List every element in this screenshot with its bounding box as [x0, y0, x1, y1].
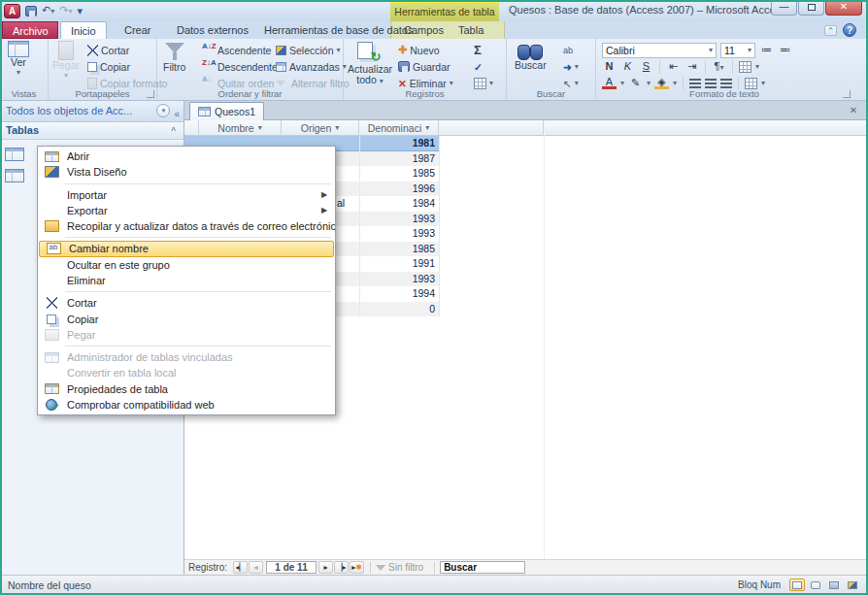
tab-tabla[interactable]: Tabla — [449, 21, 493, 39]
save-record-button[interactable]: Guardar — [398, 58, 451, 75]
menu-item-cambiar-nombre[interactable]: Cambiar nombre — [39, 241, 334, 257]
menu-item-propiedades[interactable]: Propiedades de tabla — [38, 381, 335, 397]
last-record-icon[interactable]: ▕▸ — [334, 561, 349, 574]
pivottable-view-icon[interactable] — [808, 578, 823, 591]
new-record-icon[interactable]: ▸✱ — [350, 561, 364, 574]
restore-button[interactable] — [798, 0, 824, 16]
menu-item-vista-diseno[interactable]: Vista Diseño — [38, 164, 335, 180]
minimize-button[interactable]: — — [771, 0, 797, 16]
tab-datos-externos[interactable]: Datos externos — [167, 21, 258, 39]
next-record-icon[interactable]: ▸ — [318, 561, 333, 574]
document-tab-strip: Quesos1 ✕ — [184, 101, 868, 120]
menu-item-copiar[interactable]: Copiar — [38, 312, 335, 327]
new-record-icon: ✚ — [398, 44, 407, 56]
design-view-icon[interactable] — [845, 578, 860, 591]
sort-ascending-button[interactable]: A↓ZAscendente — [202, 42, 271, 58]
nav-section-tablas[interactable]: Tablas ^ — [0, 122, 184, 140]
align-right-icon[interactable] — [720, 79, 732, 88]
italic-button[interactable]: K — [620, 59, 635, 74]
new-record-button[interactable]: ✚Nuevo — [398, 42, 440, 58]
menu-item-abrir[interactable]: Abrir — [38, 149, 335, 164]
menu-item-cortar[interactable]: Cortar — [38, 295, 335, 311]
formato-dialog-launcher-icon[interactable] — [843, 90, 851, 98]
tab-inicio[interactable]: Inicio — [60, 21, 107, 39]
text-direction-icon[interactable]: ¶▾ — [712, 59, 726, 74]
column-header-empty[interactable] — [439, 120, 544, 135]
copy-button[interactable]: Copiar — [87, 58, 130, 75]
save-icon[interactable] — [25, 6, 37, 17]
minimize-ribbon-icon[interactable]: ⌃ — [824, 25, 837, 36]
increase-indent-icon[interactable]: ⇥ — [684, 59, 699, 74]
menu-item-exportar[interactable]: Exportar▶ — [38, 203, 335, 218]
column-header-nombre[interactable]: Nombre▾ — [199, 120, 282, 135]
table-object-icon-2[interactable] — [5, 169, 24, 182]
close-document-icon[interactable]: ✕ — [847, 104, 860, 117]
column-dropdown-icon[interactable]: ▾ — [425, 123, 429, 132]
menu-item-recopilar[interactable]: Recopilar y actualizar datos a través de… — [38, 218, 335, 234]
refresh-all-button[interactable]: ↻ Actualizar todo ▾ — [348, 41, 392, 86]
selection-button[interactable]: Selección▾ — [276, 42, 341, 58]
window-title: Quesos : Base de datos (Access 2007) – M… — [509, 4, 786, 16]
undo-icon[interactable]: ↶▾ — [42, 3, 54, 18]
nav-pane-header[interactable]: Todos los objetos de Acc... ▾ « — [0, 101, 184, 122]
align-left-icon[interactable] — [689, 79, 701, 88]
sort-descending-icon: Z↓A — [202, 60, 215, 73]
group-label-ordenar: Ordenar y filtrar — [157, 88, 343, 99]
replace-button[interactable]: ab — [563, 42, 573, 58]
qat-customize-icon[interactable]: ▾ — [77, 4, 83, 18]
menu-item-ocultar[interactable]: Ocultar en este grupo — [38, 257, 335, 273]
collapse-section-icon[interactable]: ^ — [171, 123, 176, 140]
filter-button[interactable]: Filtro — [163, 41, 185, 73]
decrease-indent-icon[interactable]: ⇤ — [666, 59, 681, 74]
font-name-combo[interactable]: Calibri▾ — [602, 43, 717, 58]
font-size-combo[interactable]: 11▾ — [720, 43, 755, 58]
advanced-filter-button[interactable]: Avanzadas▾ — [276, 58, 347, 75]
underline-button[interactable]: S — [639, 59, 653, 74]
close-button[interactable]: ✕ — [825, 0, 862, 16]
bold-button[interactable]: N — [602, 59, 617, 74]
row-selector-header[interactable] — [184, 120, 199, 135]
first-record-icon[interactable]: ◂▏ — [233, 561, 248, 574]
gridlines-icon[interactable] — [745, 78, 757, 89]
goto-button[interactable]: ➜▾ — [563, 58, 579, 75]
save-record-icon — [398, 61, 410, 72]
record-search-box[interactable]: Buscar — [440, 561, 525, 574]
datasheet-view-icon[interactable] — [789, 578, 805, 591]
record-position-box[interactable]: 1 de 11 — [266, 561, 317, 574]
totals-button[interactable]: Σ — [474, 42, 482, 58]
cut-button[interactable]: Cortar — [87, 42, 129, 58]
tab-archivo[interactable]: Archivo — [2, 21, 58, 39]
menu-item-compatibilidad-web[interactable]: Comprobar compatibilidad web — [38, 397, 335, 413]
refresh-all-icon: ↻ — [357, 41, 383, 64]
nav-pane-menu-icon[interactable]: ▾ — [156, 104, 170, 117]
column-header-denominacion[interactable]: Denominaci▾ — [359, 120, 439, 135]
rename-icon — [47, 243, 61, 254]
column-dropdown-icon[interactable]: ▾ — [335, 123, 339, 132]
bullets-icon[interactable]: ≔ — [759, 43, 774, 57]
access-app-icon[interactable]: A — [4, 4, 20, 18]
sort-descending-button[interactable]: Z↓ADescendente — [202, 58, 278, 75]
table-format-icon[interactable] — [739, 61, 751, 73]
menu-item-importar[interactable]: Importar▶ — [38, 186, 335, 202]
view-button[interactable]: Ver▾ — [8, 41, 29, 77]
group-label-formato: Formato de texto — [596, 88, 852, 99]
pivotchart-view-icon[interactable] — [826, 578, 842, 591]
numbering-icon[interactable]: ≕ — [778, 43, 792, 57]
shutter-close-icon[interactable]: « — [174, 104, 180, 124]
tab-crear[interactable]: Crear — [115, 21, 161, 39]
collect-email-icon — [45, 220, 59, 232]
document-tab-quesos1[interactable]: Quesos1 — [189, 102, 264, 120]
spelling-button[interactable]: ✓ — [474, 58, 483, 75]
menu-item-eliminar[interactable]: Eliminar — [38, 273, 335, 288]
portapapeles-dialog-launcher-icon[interactable] — [147, 90, 154, 98]
select-cursor-icon: ↖ — [563, 78, 572, 89]
column-dropdown-icon[interactable]: ▾ — [258, 123, 262, 132]
numlock-indicator: Bloq Num — [738, 579, 781, 590]
copy-icon — [87, 62, 97, 72]
tab-campos[interactable]: Campos — [394, 21, 453, 39]
table-object-icon-1[interactable] — [5, 148, 24, 161]
find-button[interactable]: Buscar — [515, 41, 547, 71]
help-button[interactable]: ? — [843, 23, 856, 37]
column-header-origen[interactable]: Origen▾ — [282, 120, 359, 135]
align-center-icon[interactable] — [705, 79, 717, 88]
